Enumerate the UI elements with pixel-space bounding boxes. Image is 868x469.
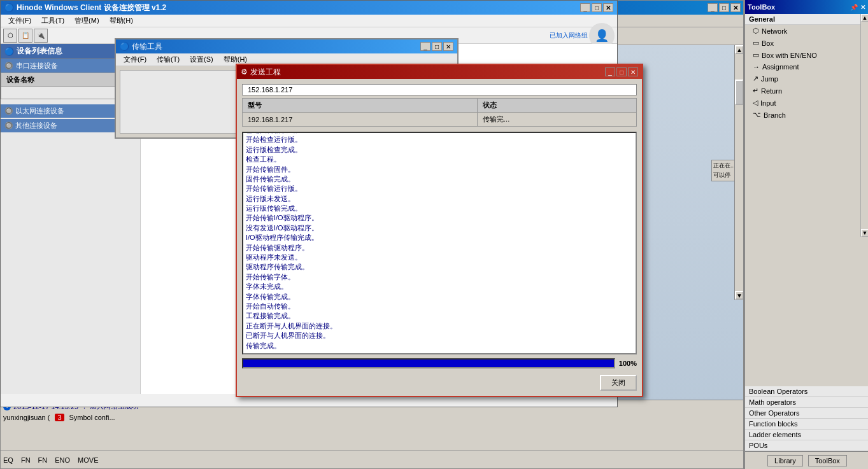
category-pous[interactable]: POUs: [745, 440, 868, 451]
toolbox-item-box-en-eno[interactable]: ▭ Box with EN/ENO: [745, 49, 868, 61]
progress-container: 100%: [242, 358, 637, 368]
hinode-close-btn[interactable]: ✕: [603, 3, 613, 12]
log-line: 开始自动传输。: [246, 302, 633, 311]
send-close-btn[interactable]: ✕: [628, 67, 638, 76]
bottom-label-eno: ENO: [55, 456, 70, 464]
progress-bar-fill: [243, 360, 614, 367]
log-line: 运行版检查完成。: [246, 145, 633, 155]
main-bottom-bar: EQ FN FN ENO MOVE: [1, 451, 743, 468]
jump-icon: ↗: [753, 74, 758, 83]
send-table-body: 192.168.1.217传输完...: [243, 113, 637, 127]
hinode-title-text: Hinode Windows Client 设备连接管理 v1.2: [17, 3, 580, 13]
category-function-blocks[interactable]: Function blocks: [745, 419, 868, 430]
hinode-maximize-btn[interactable]: □: [592, 3, 602, 12]
log-line: 开始传输固件。: [246, 165, 633, 174]
hinode-menu-help[interactable]: 帮助(H): [104, 15, 138, 27]
toolbox-item-branch[interactable]: ⌥ Branch: [745, 109, 868, 121]
scroll-down-btn[interactable]: ▼: [735, 291, 743, 300]
send-title-text: 发送工程: [250, 67, 605, 78]
ip-label: 152.168.1.217: [248, 86, 292, 94]
category-ladder[interactable]: Ladder elements: [745, 430, 868, 440]
toolbox-footer-btn[interactable]: ToolBox: [808, 455, 847, 466]
config-label: Symbol confi...: [69, 414, 115, 421]
toolbox-item-assignment[interactable]: → Assignment: [745, 61, 868, 73]
toolbox-scroll-up[interactable]: ▲: [861, 14, 868, 22]
send-table-col-status: 状态: [478, 99, 637, 113]
transfer-minimize-btn[interactable]: _: [420, 42, 430, 51]
toolbox-item-return[interactable]: ↵ Return: [745, 85, 868, 97]
network-icon: ⬡: [753, 27, 759, 35]
toolbox-title-text: ToolBox: [748, 3, 850, 11]
log-line: 开始传输字体。: [246, 272, 633, 282]
log-line: 工程接输完成。: [246, 311, 633, 321]
category-other-operators[interactable]: Other Operators: [745, 408, 868, 419]
transfer-title-bar: 🔵 传输工具 _ □ ✕: [116, 39, 457, 53]
send-close-button[interactable]: 关闭: [600, 375, 637, 391]
send-log-box[interactable]: 正在连接人机界面。开始密码检查。未检查密码。密码检查完成。正在进入传输模式。已进…: [242, 132, 637, 354]
send-window-controls[interactable]: _ □ ✕: [605, 67, 638, 76]
bottom-label-eq: EQ: [3, 456, 13, 464]
hinode-toolbar-btn-1[interactable]: ⬡: [3, 29, 17, 43]
log-line: 驱动程序传输完成。: [246, 262, 633, 272]
hinode-minimize-btn[interactable]: _: [580, 3, 590, 12]
input-icon: ◁: [753, 99, 758, 107]
hinode-title-bar: 🔵 Hinode Windows Client 设备连接管理 v1.2 _ □ …: [1, 1, 617, 15]
minimize-button[interactable]: _: [708, 3, 718, 12]
pin-icon[interactable]: 📌: [850, 4, 858, 11]
hinode-window-controls[interactable]: _ □ ✕: [580, 3, 613, 12]
toolbox-item-input[interactable]: ◁ Input: [745, 97, 868, 109]
toolbox-item-jump[interactable]: ↗ Jump: [745, 73, 868, 85]
send-title-bar: ⚙ 发送工程 _ □ ✕: [237, 65, 642, 79]
log-line: 字体未完成。: [246, 282, 633, 291]
toolbox-close-icon[interactable]: ✕: [860, 4, 865, 11]
scroll-thumb[interactable]: [735, 80, 743, 105]
toolbox-general-label: General: [745, 14, 868, 25]
bottom-label-fn2: FN: [38, 456, 48, 464]
transfer-menu-file[interactable]: 文件(F): [118, 53, 152, 66]
send-row-status: 传输完...: [478, 113, 637, 127]
progress-bar-bg: [242, 358, 615, 368]
toolbox-item-box[interactable]: ▭ Box: [745, 37, 868, 49]
send-maximize-btn[interactable]: □: [616, 67, 627, 76]
transfer-maximize-btn[interactable]: □: [432, 42, 442, 51]
category-boolean[interactable]: Boolean Operators: [745, 386, 868, 397]
log-line: 字体传输完成。: [246, 292, 633, 302]
send-minimize-btn[interactable]: _: [605, 67, 615, 76]
hinode-menu-bar: 文件(F) 工具(T) 管理(M) 帮助(H): [1, 15, 617, 27]
toolbox-item-network[interactable]: ⬡ Network: [745, 25, 868, 37]
bottom-label-fn1: FN: [21, 456, 31, 464]
status-log-footer: yunxingjisuan ( 3 Symbol confi...: [1, 412, 743, 423]
transfer-close-btn[interactable]: ✕: [443, 42, 453, 51]
hinode-menu-file[interactable]: 文件(F): [3, 15, 36, 27]
transfer-menu-settings[interactable]: 设置(S): [185, 53, 218, 66]
category-math[interactable]: Math operators: [745, 397, 868, 408]
workspace-scrollbar[interactable]: ▲ ▼: [734, 45, 743, 300]
bottom-label-move: MOVE: [78, 456, 98, 464]
send-close-btn-row: 关闭: [242, 372, 637, 391]
toolbox-footer: Library ToolBox: [745, 451, 868, 469]
toolbox-scrollbar[interactable]: ▲ ▼: [860, 14, 868, 237]
log-line: 开始传输驱动程序。: [246, 243, 633, 253]
transfer-menu-transfer[interactable]: 传输(T): [152, 53, 185, 66]
hinode-toolbar-btn-3[interactable]: 🔌: [34, 29, 48, 43]
library-btn[interactable]: Library: [767, 455, 803, 466]
log-line: 正在断开与人机界面的连接。: [246, 321, 633, 331]
log-line: 运行版未发送。: [246, 194, 633, 204]
toolbox-panel: ToolBox 📌 ✕ General ⬡ Network ▭ Box ▭ Bo…: [744, 0, 868, 469]
box-en-eno-icon: ▭: [753, 51, 759, 59]
log-line: I/O驱动程序传输完成。: [246, 233, 633, 242]
hinode-menu-tools[interactable]: 工具(T): [36, 15, 69, 27]
transfer-title-text: 传输工具: [132, 41, 420, 52]
scroll-up-btn[interactable]: ▲: [735, 45, 743, 54]
hinode-toolbar-btn-2[interactable]: 📋: [18, 29, 32, 43]
hinode-menu-manage[interactable]: 管理(M): [69, 15, 104, 27]
transfer-window-controls[interactable]: _ □ ✕: [420, 42, 453, 51]
log-line: 驱动程序未发送。: [246, 253, 633, 262]
toolbox-scroll-down[interactable]: ▼: [861, 229, 868, 237]
log-line: 开始检查运行版。: [246, 135, 633, 144]
box-icon: ▭: [753, 39, 759, 47]
user-label: yunxingjisuan (: [3, 414, 50, 421]
close-button[interactable]: ✕: [730, 3, 741, 12]
maximize-button[interactable]: □: [719, 3, 729, 12]
main-window-controls[interactable]: _ □ ✕: [708, 3, 741, 12]
